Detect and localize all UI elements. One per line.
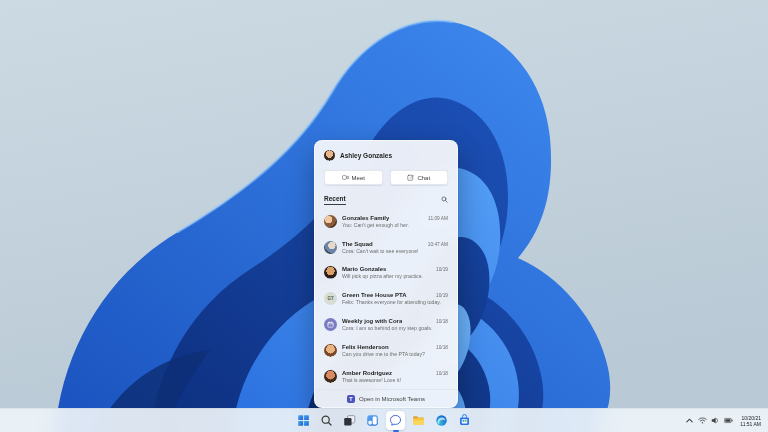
conversation-time: 11:09 AM <box>428 216 448 221</box>
widgets-icon <box>366 414 379 427</box>
windows-logo-icon <box>297 414 310 427</box>
action-row: Meet Chat <box>315 166 457 193</box>
battery-icon[interactable] <box>724 416 733 425</box>
file-explorer-button[interactable] <box>409 411 428 430</box>
search-button[interactable] <box>317 411 336 430</box>
conversation-name: Weekly jog with Cora <box>342 318 402 324</box>
volume-icon[interactable] <box>711 416 720 425</box>
widgets-button[interactable] <box>363 411 382 430</box>
clock[interactable]: 10/20/21 11:51 AM <box>738 413 763 429</box>
meet-button-label: Meet <box>352 175 365 181</box>
avatar-photo-woman <box>324 370 337 383</box>
conversation-row-amber-rodriguez[interactable]: Amber Rodriguez 10/18 That is awesome! L… <box>315 363 457 389</box>
open-in-teams-button[interactable]: T Open in Microsoft Teams <box>315 389 457 407</box>
taskbar-app-icons <box>294 409 474 432</box>
video-camera-icon <box>342 174 349 181</box>
user-name: Ashley Gonzales <box>340 152 392 159</box>
conversation-name: Green Tree House PTA <box>342 292 407 298</box>
tray-icons <box>685 416 733 425</box>
tray-time: 11:51 AM <box>740 421 761 427</box>
avatar-photo-boy <box>324 344 337 357</box>
edge-browser-icon <box>435 414 448 427</box>
teams-chat-flyout: Ashley Gonzales Meet Chat Recent <box>314 140 458 408</box>
conversation-preview: Cora: I am so behind on my step goals. <box>342 325 448 331</box>
conversation-preview: Will pick up pizza after my practice. <box>342 273 448 279</box>
conversation-time: 10/18 <box>436 371 448 376</box>
recent-tab[interactable]: Recent <box>324 195 346 205</box>
calendar-avatar-icon <box>324 318 337 331</box>
conversation-row-felix-henderson[interactable]: Felix Henderson 10/18 Can you drive me t… <box>315 337 457 363</box>
conversation-preview: You: Can't get enough of her. <box>342 222 448 228</box>
conversation-name: Mario Gonzales <box>342 266 386 272</box>
conversation-time: 10/18 <box>436 319 448 324</box>
conversation-row-mario-gonzales[interactable]: Mario Gonzales 10/19 Will pick up pizza … <box>315 260 457 286</box>
conversation-preview: Cora: Can't wait to see everyone! <box>342 248 448 254</box>
system-tray: 10/20/21 11:51 AM <box>685 409 763 432</box>
conversation-name: Felix Henderson <box>342 344 389 350</box>
meet-button[interactable]: Meet <box>324 170 383 185</box>
conversation-name: The Squad <box>342 241 373 247</box>
search-icon[interactable] <box>441 196 448 203</box>
conversation-row-green-tree-house-pta[interactable]: GT Green Tree House PTA 10/19 Felix: Tha… <box>315 286 457 312</box>
edge-button[interactable] <box>432 411 451 430</box>
conversation-time: 10/18 <box>436 345 448 350</box>
conversation-time: 10/19 <box>436 267 448 272</box>
desktop: Ashley Gonzales Meet Chat Recent <box>0 0 768 432</box>
task-view-button[interactable] <box>340 411 359 430</box>
open-in-teams-label: Open in Microsoft Teams <box>359 396 425 402</box>
chevron-up-icon[interactable] <box>685 416 694 425</box>
user-avatar[interactable] <box>324 150 335 161</box>
store-button[interactable] <box>455 411 474 430</box>
conversation-time: 10:47 AM <box>428 242 448 247</box>
recent-section-header: Recent <box>315 193 457 209</box>
file-explorer-icon <box>412 414 425 427</box>
conversation-preview: That is awesome! Love it! <box>342 377 448 383</box>
conversation-row-weekly-jog[interactable]: Weekly jog with Cora 10/18 Cora: I am so… <box>315 312 457 338</box>
teams-logo-icon: T <box>347 395 355 403</box>
compose-chat-icon <box>407 174 414 181</box>
conversation-row-gonzales-family[interactable]: Gonzales Family 11:09 AM You: Can't get … <box>315 209 457 235</box>
taskbar: 10/20/21 11:51 AM <box>0 408 768 432</box>
conversation-name: Amber Rodriguez <box>342 370 392 376</box>
chat-button-label: Chat <box>417 175 430 181</box>
avatar-photo-man <box>324 266 337 279</box>
chat-button[interactable]: Chat <box>390 170 449 185</box>
conversation-name: Gonzales Family <box>342 215 389 221</box>
microsoft-store-icon <box>458 414 471 427</box>
conversation-preview: Felix: Thanks everyone for attending tod… <box>342 299 448 305</box>
avatar-photo-family <box>324 215 337 228</box>
tray-date: 10/20/21 <box>740 415 761 421</box>
conversation-row-the-squad[interactable]: The Squad 10:47 AM Cora: Can't wait to s… <box>315 234 457 260</box>
avatar-initials: GT <box>324 292 337 305</box>
conversation-time: 10/19 <box>436 293 448 298</box>
wifi-icon[interactable] <box>698 416 707 425</box>
task-view-icon <box>343 414 356 427</box>
conversation-list: Gonzales Family 11:09 AM You: Can't get … <box>315 209 457 390</box>
teams-chat-icon <box>389 414 402 427</box>
avatar-photo-group <box>324 241 337 254</box>
start-button[interactable] <box>294 411 313 430</box>
search-taskbar-icon <box>320 414 333 427</box>
flyout-header: Ashley Gonzales <box>315 141 457 166</box>
chat-button-taskbar[interactable] <box>386 411 405 430</box>
conversation-preview: Can you drive me to the PTA today? <box>342 351 448 357</box>
